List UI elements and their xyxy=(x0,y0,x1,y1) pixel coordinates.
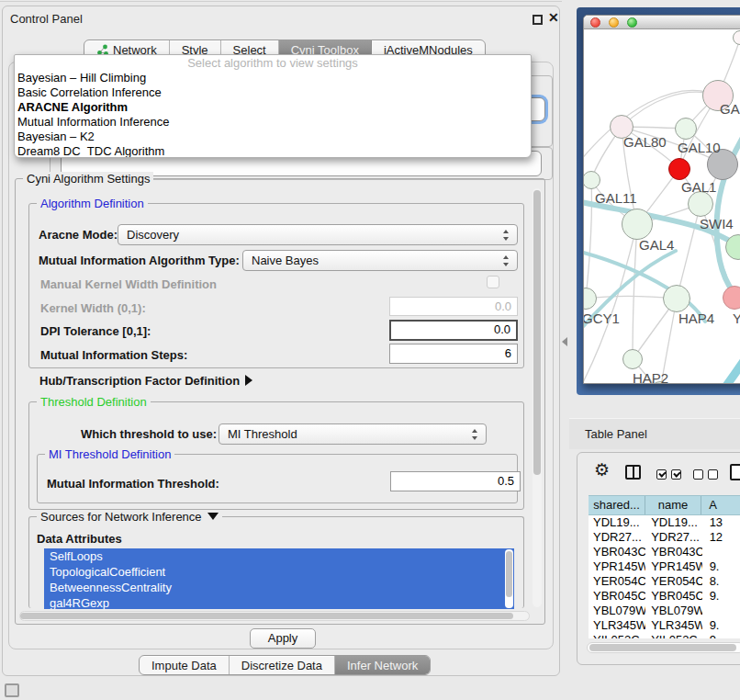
which-threshold-select[interactable]: MI Threshold xyxy=(219,423,487,445)
which-threshold-label: Which threshold to use: xyxy=(81,427,217,441)
table-panel-title: Table Panel xyxy=(585,427,647,441)
split-columns-icon[interactable] xyxy=(625,465,641,480)
panel-title: Control Panel xyxy=(10,12,83,26)
network-node[interactable] xyxy=(723,286,740,310)
network-node-label: GAL11 xyxy=(595,190,637,206)
network-canvas[interactable]: GALGAL80GAL10GAL1GAL11SWI4GAL4GCY1HAP4YH… xyxy=(584,30,740,383)
deselect-checkbox-icon[interactable] xyxy=(708,469,718,480)
select-all-checkbox-icon[interactable] xyxy=(671,469,681,480)
cyni-bottom-tab-bar: Impute Data Discretize Data Infer Networ… xyxy=(139,655,431,675)
table-row[interactable]: YPR145W YPR145W 9. xyxy=(589,559,740,574)
dpi-tolerance-label: DPI Tolerance [0,1]: xyxy=(40,324,151,338)
mi-steps-label: Mutual Information Steps: xyxy=(40,348,187,362)
network-node[interactable] xyxy=(622,209,653,240)
data-attributes-label: Data Attributes xyxy=(37,532,122,546)
sources-group: Sources for Network Inference Data Attri… xyxy=(28,516,524,608)
zoom-window-icon[interactable] xyxy=(627,17,637,28)
mi-threshold-input[interactable]: 0.5 xyxy=(390,471,521,491)
table-body: YDL19... YDL19... 13 YDR27... YDR27... 1… xyxy=(589,515,740,638)
sources-toggle[interactable]: Sources for Network Inference xyxy=(37,510,222,524)
corner-widget[interactable] xyxy=(5,683,19,697)
group-title: Threshold Definition xyxy=(37,395,151,409)
network-node-label: GCY1 xyxy=(584,310,620,326)
network-node-label: HAP4 xyxy=(678,310,714,326)
data-attributes-list[interactable]: SelfLoops TopologicalCoefficient Between… xyxy=(44,548,514,609)
mi-algorithm-type-select[interactable]: Naive Bayes xyxy=(242,250,518,271)
apply-button[interactable]: Apply xyxy=(250,628,316,649)
mi-threshold-label: Mutual Information Threshold: xyxy=(47,477,219,491)
attribute-list-scrollbar[interactable] xyxy=(505,549,513,608)
aracne-mode-label: Aracne Mode: xyxy=(39,228,118,242)
attribute-item[interactable]: TopologicalCoefficient xyxy=(44,564,514,580)
deselect-checkbox-icon[interactable] xyxy=(693,469,703,480)
table-row[interactable]: YDL19... YDL19... 13 xyxy=(589,515,740,530)
attribute-item[interactable]: BetweennessCentrality xyxy=(44,580,514,595)
settings-horizontal-scrollbar[interactable] xyxy=(19,611,530,621)
group-title: Algorithm Definition xyxy=(37,197,148,210)
table-row[interactable]: YDR27... YDR27... 12 xyxy=(589,530,740,545)
mi-steps-input[interactable]: 6 xyxy=(389,344,518,364)
tab-discretize-data[interactable]: Discretize Data xyxy=(230,656,335,674)
table-row[interactable]: YBL079W YBL079W xyxy=(589,604,740,618)
attribute-item[interactable]: gal4RGexp xyxy=(44,595,514,609)
algorithm-option-selected[interactable]: ARACNE Algorithm xyxy=(15,100,531,115)
close-panel-icon[interactable]: ✕ xyxy=(548,10,559,25)
mi-algorithm-type-label: Mutual Information Algorithm Type: xyxy=(39,254,240,267)
network-node[interactable] xyxy=(663,285,690,312)
table-header-row: shared... name A xyxy=(589,495,740,515)
table-row[interactable]: YBR043C YBR043C xyxy=(589,545,740,559)
network-window-titlebar[interactable] xyxy=(584,16,740,29)
column-header[interactable]: name xyxy=(645,496,701,514)
threshold-definition-group: Threshold Definition Which threshold to … xyxy=(28,401,524,510)
minimize-window-icon[interactable] xyxy=(609,17,619,28)
network-node[interactable] xyxy=(668,158,690,180)
panel-divider-grip[interactable] xyxy=(562,337,567,346)
manual-kernel-width-label: Manual Kernel Width Definition xyxy=(40,277,217,291)
group-title: Cyni Algorithm Settings xyxy=(23,172,153,186)
group-title: MI Threshold Definition xyxy=(45,447,174,461)
algorithm-definition-group: Algorithm Definition Aracne Mode: Discov… xyxy=(28,203,524,368)
table-row[interactable]: YER054C YER054C 8. xyxy=(589,574,740,589)
network-view-frame: GALGAL80GAL10GAL1GAL11SWI4GAL4GCY1HAP4YH… xyxy=(577,7,740,395)
table-row[interactable]: YIL052C YIL052C 9. xyxy=(589,633,740,638)
network-node-label: SWI4 xyxy=(700,216,734,231)
settings-vertical-scrollbar[interactable] xyxy=(533,188,542,607)
tab-infer-network[interactable]: Infer Network xyxy=(335,656,430,674)
tab-impute-data[interactable]: Impute Data xyxy=(140,656,230,674)
column-header[interactable]: A xyxy=(701,496,740,514)
algorithm-option[interactable]: Basic Correlation Inference xyxy=(15,85,531,100)
table-horizontal-scrollbar[interactable] xyxy=(587,642,740,653)
algorithm-option[interactable]: Dream8 DC_TDC Algorithm xyxy=(15,144,531,158)
application-window: Control Panel ✕ Network Style Select Cyn… xyxy=(0,0,740,700)
algorithm-option[interactable]: Mutual Information Inference xyxy=(15,115,531,130)
network-node-label: GAL4 xyxy=(639,237,674,253)
network-node[interactable] xyxy=(688,191,713,217)
network-node[interactable] xyxy=(675,118,697,140)
column-header[interactable]: shared... xyxy=(589,496,645,514)
control-panel-window: Control Panel ✕ Network Style Select Cyn… xyxy=(2,6,560,676)
aracne-mode-select[interactable]: Discovery xyxy=(118,224,518,245)
algorithm-option[interactable]: Bayesian – Hill Climbing xyxy=(15,71,531,85)
new-table-icon[interactable] xyxy=(730,464,740,480)
dropdown-placeholder: Select algorithm to view settings xyxy=(15,55,531,71)
attribute-item[interactable]: SelfLoops xyxy=(44,548,514,564)
algorithm-dropdown-popup: Select algorithm to view settings Bayesi… xyxy=(14,54,532,158)
stepper-arrows-icon xyxy=(472,428,478,441)
gear-icon[interactable]: ⚙ xyxy=(594,459,610,480)
algorithm-option[interactable]: Bayesian – K2 xyxy=(15,130,531,144)
hub-definition-toggle[interactable]: Hub/Transcription Factor Definition xyxy=(39,374,252,388)
kernel-width-input[interactable]: 0.0 xyxy=(389,297,518,316)
table-row[interactable]: YBR045C YBR045C 9. xyxy=(589,589,740,604)
table-panel-header: Table Panel xyxy=(569,418,740,449)
dpi-tolerance-input[interactable]: 0.0 xyxy=(389,320,518,341)
float-window-icon[interactable] xyxy=(533,15,543,25)
network-node-label: GAL10 xyxy=(678,140,721,155)
network-node-label: Y xyxy=(733,310,740,326)
table-row[interactable]: YLR345W YLR345W 9. xyxy=(589,618,740,633)
select-all-checkbox-icon[interactable] xyxy=(656,469,667,480)
cyni-algorithm-settings-group: Cyni Algorithm Settings Algorithm Defini… xyxy=(15,178,545,625)
manual-kernel-width-checkbox[interactable] xyxy=(487,276,499,288)
close-window-icon[interactable] xyxy=(590,17,600,28)
network-node[interactable] xyxy=(622,349,643,369)
expand-arrow-icon xyxy=(245,375,252,386)
